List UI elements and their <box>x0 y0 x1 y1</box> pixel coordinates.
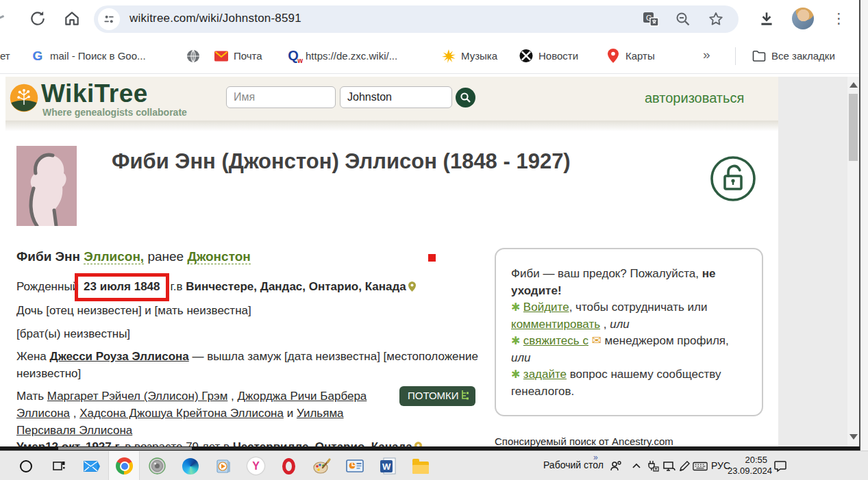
asterisk-icon: ✱ <box>511 335 523 346</box>
bookmarks-divider <box>735 47 736 65</box>
site-info-icon[interactable] <box>98 8 120 30</box>
death-place: Честервилле, Онтарио, Канада <box>233 440 412 446</box>
bookmark-maps[interactable]: Карты <box>606 38 655 74</box>
presentation-icon <box>346 459 364 474</box>
yandex-browser-button[interactable]: Y <box>247 457 265 475</box>
opera-icon <box>282 458 295 475</box>
hscroll-thumb[interactable] <box>58 447 192 450</box>
google-g-icon: G <box>31 49 45 63</box>
power-status-button[interactable] <box>645 451 660 480</box>
svg-text:W: W <box>382 462 391 472</box>
people-icon <box>608 459 623 474</box>
start-ring-icon <box>20 460 32 472</box>
bookmark-partial[interactable]: ет <box>0 38 10 74</box>
paint-button[interactable] <box>312 457 331 475</box>
desktop-toolbar-label[interactable]: Рабочий стол <box>543 459 604 470</box>
wikitree-logo-icon[interactable] <box>10 84 38 112</box>
page-viewport: WikiTree Where genealogists collaborate … <box>0 74 868 446</box>
plug-icon <box>645 459 660 474</box>
back-icon[interactable] <box>0 15 4 20</box>
login-action-link[interactable]: Войдите <box>523 301 569 314</box>
death-pin-icon[interactable] <box>414 440 422 446</box>
bookmarks-overflow-icon[interactable]: » <box>703 47 710 62</box>
url-bar[interactable]: wikitree.com/wiki/Johnston-8591 G <box>94 5 739 33</box>
scrollbar-thumb[interactable] <box>849 94 858 161</box>
bookmark-wiki[interactable]: Qw https://de.zxc.wiki/... <box>286 38 397 74</box>
taskbar-clock[interactable]: 20:55 23.09.2024 <box>728 455 767 477</box>
last-name-input[interactable] <box>340 86 452 108</box>
file-explorer-button[interactable] <box>411 457 430 475</box>
chrome-app-button[interactable] <box>115 457 134 475</box>
media-player-button[interactable] <box>214 457 232 475</box>
profile-avatar[interactable] <box>792 8 814 29</box>
edge-app-button[interactable] <box>181 457 199 475</box>
browser-menu-icon[interactable]: ⋮ <box>832 9 846 28</box>
login-link[interactable]: авторизоваться <box>645 90 744 106</box>
yandex-icon: Y <box>247 457 264 475</box>
pen-button[interactable] <box>677 451 692 480</box>
bookmarks-bar: ет G mail - Поиск в Goo... Почта Qw http… <box>0 38 868 74</box>
bookmark-mail[interactable]: Почта <box>214 38 262 74</box>
word-button[interactable]: W <box>378 457 397 475</box>
opera-button[interactable] <box>280 457 298 475</box>
child-link-1[interactable]: Маргарет Рэйчел (Эллисон) Грэм <box>47 390 228 403</box>
action-center-button[interactable] <box>773 451 788 480</box>
start-button[interactable] <box>16 457 35 475</box>
name-line: Фиби Энн Эллисон, ранее Джонстон <box>16 249 251 264</box>
header-shadow <box>5 121 778 131</box>
bookmark-music[interactable]: Музыка <box>442 38 497 74</box>
search-button[interactable] <box>456 88 475 108</box>
first-name-input[interactable] <box>226 86 336 108</box>
bookmark-news[interactable]: Новости <box>519 38 578 74</box>
ancestor-callout-box: Фиби — ваш предок? Пожалуйста, не уходит… <box>495 248 763 416</box>
profile-content: Фиби Энн (Джонстон) Эллисон (1848 - 1927… <box>5 131 778 446</box>
hidden-icons-button[interactable] <box>629 451 644 480</box>
mail-app-icon <box>83 459 101 473</box>
mother-prefix: Мать <box>16 390 47 403</box>
desktop-margin <box>860 0 868 451</box>
contact-link[interactable]: свяжитесь с <box>523 334 588 347</box>
pen-icon <box>677 459 692 474</box>
bookmark-star-icon[interactable] <box>708 11 726 29</box>
home-icon[interactable] <box>63 10 81 27</box>
envelope-icon: ✉ <box>592 334 602 347</box>
descendants-button[interactable]: ПОТОМКИ <box>399 386 475 406</box>
touch-keyboard-button[interactable] <box>693 451 708 480</box>
all-bookmarks-button[interactable]: Все закладки <box>752 38 835 74</box>
scroll-down-icon[interactable] <box>850 434 858 440</box>
annotation-mark <box>428 254 436 262</box>
network-button[interactable] <box>662 451 677 480</box>
death-line: Умер12 окт. 1927 г. в возрасте 79 лет в … <box>16 438 422 446</box>
camera-app-button[interactable] <box>148 457 166 475</box>
task-view-button[interactable] <box>49 457 68 475</box>
zoom-icon[interactable] <box>675 11 693 29</box>
comment-link[interactable]: комментировать <box>511 318 600 331</box>
bookmark-globe[interactable] <box>186 38 200 74</box>
surname-link[interactable]: Эллисон, <box>84 249 144 264</box>
sponsored-search-label: Спонсируемый поиск от Ancestry.com <box>495 435 673 446</box>
word-icon: W <box>380 457 396 475</box>
reload-icon[interactable] <box>29 10 47 27</box>
birth-prefix: Рожденный <box>16 280 79 293</box>
download-icon[interactable] <box>758 10 776 27</box>
spouse-link[interactable]: Джесси Роуза Эллисона <box>50 350 189 363</box>
page-scrollbar[interactable] <box>847 77 859 446</box>
people-button[interactable] <box>608 451 623 480</box>
mail-app-button[interactable] <box>82 457 101 475</box>
maiden-name-link[interactable]: Джонстон <box>187 249 250 264</box>
bookmark-gmail[interactable]: G mail - Поиск в Goo... <box>31 38 146 74</box>
wikitree-brand[interactable]: WikiTree <box>41 79 148 108</box>
scroll-up-icon[interactable] <box>850 82 858 88</box>
translate-icon[interactable]: G <box>642 10 660 28</box>
presentation-button[interactable] <box>345 457 364 475</box>
profile-placeholder-image <box>16 146 77 226</box>
child-link-3[interactable]: Хадсона Джошуа Крейтона Эллисона <box>79 407 284 420</box>
browser-toolbar: wikitree.com/wiki/Johnston-8591 G ⋮ <box>0 0 868 38</box>
url-text[interactable]: wikitree.com/wiki/Johnston-8591 <box>129 12 301 25</box>
location-pin-icon[interactable] <box>408 279 416 296</box>
ask-question-link[interactable]: задайте <box>523 368 567 381</box>
wikitree-tagline: Where genealogists collaborate <box>42 107 187 118</box>
chrome-icon <box>116 457 133 475</box>
privacy-open-lock-icon[interactable] <box>709 155 757 203</box>
parents-line: Дочь [отец неизвестен] и [мать неизвестн… <box>16 302 251 319</box>
